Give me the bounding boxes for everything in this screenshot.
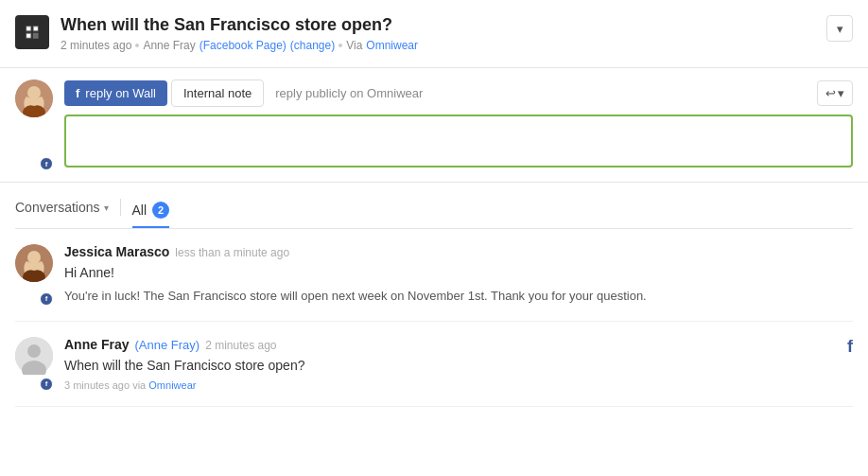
facebook-badge-icon-3: f [45, 379, 48, 388]
header-timestamp: 2 minutes ago [61, 39, 131, 52]
anne-via-timestamp: 3 minutes ago [64, 379, 130, 391]
dropdown-arrow-icon: ▾ [838, 86, 844, 100]
conversations-chevron: ▾ [104, 203, 109, 213]
meta-dot-1 [135, 44, 139, 47]
page-title: When will the San Francisco store open? [61, 15, 853, 35]
facebook-badge-icon-2: f [45, 294, 48, 303]
avatar-badge: f [40, 157, 53, 170]
user-avatar-container: f [15, 79, 53, 170]
reply-wall-tab[interactable]: f reply on Wall [64, 80, 167, 106]
conversations-label: Conversations [15, 200, 100, 215]
message-item-2: f Anne Fray (Anne Fray) 2 minutes ago Wh… [15, 322, 853, 407]
jessica-message-body: Jessica Marasco less than a minute ago H… [64, 244, 853, 306]
conversations-dropdown[interactable]: Conversations ▾ [15, 200, 109, 215]
header-source-link[interactable]: (Facebook Page) [200, 39, 286, 52]
anne-avatar [15, 337, 53, 375]
page-header: When will the San Francisco store open? … [0, 0, 868, 68]
jessica-text-primary: Hi Anne! [64, 263, 853, 283]
conversations-divider [120, 199, 121, 216]
reply-send-button[interactable]: ↩ ▾ [817, 80, 853, 106]
user-avatar [15, 79, 53, 117]
anne-text-primary: When will the San Francisco store open? [64, 356, 853, 376]
internal-note-tab[interactable]: Internal note [171, 79, 264, 107]
anne-author-link[interactable]: (Anne Fray) [134, 338, 200, 352]
svg-point-1 [27, 86, 41, 99]
header-omniwear-link[interactable]: Omniwear [366, 39, 418, 52]
send-icon: ↩ [825, 86, 836, 100]
header-meta: 2 minutes ago Anne Fray (Facebook Page) … [61, 39, 853, 52]
reply-textarea[interactable] [64, 115, 853, 167]
meta-dot-2 [339, 44, 342, 47]
reply-actions-right: ↩ ▾ [817, 80, 853, 106]
header-via: Via [346, 39, 362, 52]
message-item: f Jessica Marasco less than a minute ago… [15, 229, 853, 322]
jessica-message-header: Jessica Marasco less than a minute ago [64, 244, 853, 259]
facebook-icon: f [76, 86, 79, 100]
anne-avatar-badge: f [40, 378, 53, 391]
anne-message-body: Anne Fray (Anne Fray) 2 minutes ago When… [64, 337, 853, 391]
jessica-avatar-badge: f [40, 292, 53, 306]
chevron-down-icon: ▾ [837, 22, 843, 36]
header-content: When will the San Francisco store open? … [61, 15, 853, 52]
jessica-author: Jessica Marasco [64, 244, 169, 259]
header-author: Anne Fray [143, 39, 195, 52]
svg-point-4 [27, 251, 41, 264]
header-change-link[interactable]: (change) [290, 39, 335, 52]
reply-right-panel: f reply on Wall Internal note reply publ… [64, 79, 853, 170]
svg-point-7 [27, 344, 41, 358]
tab-all[interactable]: All 2 [132, 202, 170, 228]
facebook-badge-icon: f [45, 160, 48, 168]
header-dropdown-button[interactable]: ▾ [826, 15, 853, 42]
anne-time: 2 minutes ago [205, 339, 276, 352]
conversations-section: Conversations ▾ All 2 f [0, 183, 868, 407]
reply-public-tab[interactable]: reply publicly on Omniwear [264, 80, 434, 106]
reply-section: f f reply on Wall Internal note reply pu… [0, 68, 868, 183]
anne-message-header: Anne Fray (Anne Fray) 2 minutes ago [64, 337, 853, 352]
facebook-icon-message: f [847, 337, 853, 357]
anne-via-link[interactable]: Omniwear [148, 379, 196, 391]
tab-all-badge: 2 [152, 202, 169, 219]
jessica-time: less than a minute ago [175, 246, 289, 259]
anne-author: Anne Fray [64, 337, 129, 352]
anne-via-label: via [132, 379, 146, 391]
reply-tabs: f reply on Wall Internal note reply publ… [64, 79, 853, 107]
jessica-text-secondary: You're in luck! The San Francisco store … [64, 287, 853, 306]
anne-via: 3 minutes ago via Omniwear [64, 379, 853, 391]
app-logo [15, 15, 49, 49]
conversations-header: Conversations ▾ All 2 [15, 194, 853, 229]
tab-all-label: All [132, 203, 148, 218]
jessica-avatar [15, 244, 53, 282]
